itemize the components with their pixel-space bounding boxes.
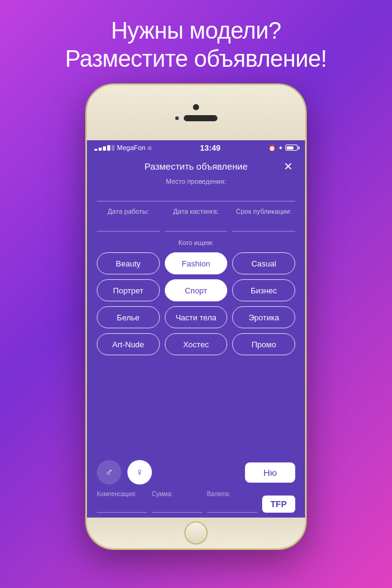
bar3 <box>103 146 106 151</box>
publish-deadline-label: Срок публикации: <box>232 208 295 215</box>
speaker-row <box>175 115 217 121</box>
gender-male-button[interactable]: ♂ <box>97 460 121 484</box>
chip-sport[interactable]: Спорт <box>165 279 228 301</box>
battery-fill <box>287 146 293 149</box>
signal-bars <box>94 145 115 151</box>
work-date-group: Дата работы: <box>97 208 160 232</box>
bar1 <box>94 149 97 151</box>
casting-date-label: Дата кастинга: <box>165 208 228 215</box>
phone-top <box>87 85 305 140</box>
venue-input[interactable] <box>97 187 295 202</box>
publish-deadline-group: Срок публикации: <box>232 208 295 232</box>
speaker <box>184 115 217 121</box>
compensation-row: Компенсация: Сумма: Валюта: TFP <box>97 491 295 513</box>
amount-input[interactable] <box>152 499 202 513</box>
close-button[interactable]: ✕ <box>281 159 295 174</box>
bluetooth-icon: ✦ <box>278 145 283 151</box>
currency-field: Валюта: <box>207 491 257 513</box>
status-bar: MegaFon ⌾ 13:49 ⏰ ✦ <box>87 140 305 155</box>
tfp-button[interactable]: TFP <box>262 496 295 513</box>
venue-label: Место проведения: <box>97 178 295 185</box>
gender-female-button[interactable]: ♀ <box>127 460 152 484</box>
currency-input[interactable] <box>207 499 257 513</box>
sensor-dot <box>175 116 179 120</box>
bottom-section: ♂ ♀ Ню Компенсация: Сумма: <box>87 460 305 518</box>
chip-portrait[interactable]: Портрет <box>97 279 160 301</box>
compensation-field: Компенсация: <box>97 491 147 513</box>
bar4 <box>107 145 110 151</box>
work-date-input[interactable] <box>97 217 160 232</box>
female-icon: ♀ <box>135 466 144 479</box>
male-icon: ♂ <box>105 466 113 479</box>
amount-label: Сумма: <box>152 491 202 497</box>
publish-deadline-input[interactable] <box>232 217 295 232</box>
chip-erotica[interactable]: Эротика <box>232 306 295 328</box>
venue-field-group: Место проведения: <box>97 178 295 202</box>
chip-casual[interactable]: Casual <box>232 252 295 274</box>
wifi-icon: ⌾ <box>148 144 152 151</box>
chip-business[interactable]: Бизнес <box>232 279 295 301</box>
modal-header: Разместить объявление ✕ <box>87 155 305 178</box>
headline-line2: Разместите объявление! <box>65 45 326 74</box>
headline-line1: Нужны модели? <box>65 17 326 45</box>
amount-field: Сумма: <box>152 491 202 513</box>
casting-date-input[interactable] <box>165 217 228 232</box>
phone-screen: MegaFon ⌾ 13:49 ⏰ ✦ Разместить объявлени… <box>87 140 305 518</box>
status-time: 13:49 <box>200 143 221 153</box>
category-chips-grid: Beauty Fashion Casual Портрет Спорт Бизн… <box>97 252 295 355</box>
compensation-label: Компенсация: <box>97 491 147 497</box>
gender-icons: ♂ ♀ <box>97 460 152 484</box>
nu-button[interactable]: Ню <box>245 462 295 483</box>
dates-row: Дата работы: Дата кастинга: Срок публика… <box>97 208 295 232</box>
phone-bottom <box>87 518 305 548</box>
alarm-icon: ⏰ <box>268 145 276 151</box>
carrier-name: MegaFon <box>117 144 145 151</box>
compensation-input[interactable] <box>97 499 147 513</box>
looking-for-label: Кого ищем: <box>97 239 295 246</box>
phone-shell: MegaFon ⌾ 13:49 ⏰ ✦ Разместить объявлени… <box>86 84 306 549</box>
chip-hostess[interactable]: Хостес <box>165 333 228 355</box>
chip-promo[interactable]: Промо <box>232 333 295 355</box>
work-date-label: Дата работы: <box>97 208 160 215</box>
form-content: Место проведения: Дата работы: Дата каст… <box>87 178 305 460</box>
status-right: ⏰ ✦ <box>268 145 298 151</box>
gender-nu-row: ♂ ♀ Ню <box>97 460 295 484</box>
currency-label: Валюта: <box>207 491 257 497</box>
chip-fashion[interactable]: Fashion <box>165 252 228 274</box>
chip-artnude[interactable]: Art-Nude <box>97 333 160 355</box>
casting-date-group: Дата кастинга: <box>165 208 228 232</box>
home-button[interactable] <box>184 521 208 545</box>
chip-underwear[interactable]: Белье <box>97 306 160 328</box>
bar5 <box>111 145 115 151</box>
chip-beauty[interactable]: Beauty <box>97 252 160 274</box>
modal-title: Разместить объявление <box>145 161 247 172</box>
camera <box>193 104 199 110</box>
battery-icon <box>285 145 298 151</box>
bar2 <box>99 148 102 151</box>
chip-bodyparts[interactable]: Части тела <box>165 306 228 328</box>
headline: Нужны модели? Разместите объявление! <box>65 17 326 73</box>
status-left: MegaFon ⌾ <box>94 144 152 151</box>
